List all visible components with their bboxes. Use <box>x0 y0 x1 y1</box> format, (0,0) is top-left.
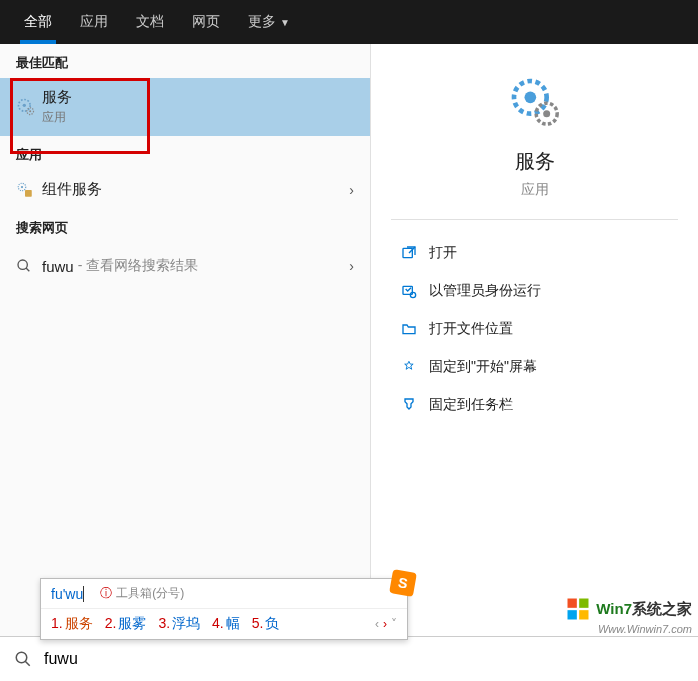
search-icon <box>14 650 32 668</box>
tab-apps[interactable]: 应用 <box>66 0 122 44</box>
app-item-title: 组件服务 <box>42 180 349 199</box>
ime-candidate[interactable]: 5.负 <box>252 615 280 633</box>
ime-next-icon[interactable]: › <box>383 617 387 631</box>
action-pin-start-label: 固定到"开始"屏幕 <box>429 358 537 376</box>
ime-candidate[interactable]: 3.浮坞 <box>158 615 200 633</box>
folder-icon <box>401 321 429 337</box>
pin-start-icon <box>401 359 429 375</box>
tab-web-label: 网页 <box>192 13 220 31</box>
pin-taskbar-icon <box>401 397 429 413</box>
svg-rect-13 <box>403 248 412 257</box>
svg-point-7 <box>18 260 27 269</box>
admin-icon <box>401 283 429 299</box>
action-run-admin[interactable]: 以管理员身份运行 <box>371 272 698 310</box>
tab-apps-label: 应用 <box>80 13 108 31</box>
action-open-location[interactable]: 打开文件位置 <box>371 310 698 348</box>
component-services-icon <box>16 181 42 199</box>
action-open[interactable]: 打开 <box>371 234 698 272</box>
section-web: 搜索网页 <box>0 209 370 243</box>
tab-more-label: 更多 <box>248 13 276 31</box>
svg-line-8 <box>26 268 29 271</box>
search-icon <box>16 258 42 274</box>
detail-panel: 服务 应用 打开 以管理员身份运行 打开文件位置 固定到"开始"屏幕 <box>370 44 698 636</box>
ime-cursor <box>83 586 84 602</box>
svg-point-10 <box>524 92 536 104</box>
action-open-location-label: 打开文件位置 <box>429 320 513 338</box>
open-icon <box>401 245 429 261</box>
chevron-right-icon: › <box>349 182 354 198</box>
search-bar <box>0 636 698 681</box>
detail-title: 服务 <box>371 148 698 175</box>
watermark-url: Www.Winwin7.com <box>564 623 692 635</box>
ime-expand-icon[interactable]: ˅ <box>391 617 397 631</box>
svg-rect-6 <box>25 190 32 197</box>
watermark: Win7系统之家 Www.Winwin7.com <box>564 595 692 635</box>
svg-point-12 <box>543 110 550 117</box>
services-icon <box>16 97 42 117</box>
chevron-right-icon: › <box>349 258 354 274</box>
tab-docs[interactable]: 文档 <box>122 0 178 44</box>
tab-all[interactable]: 全部 <box>10 0 66 44</box>
search-filter-tabs: 全部 应用 文档 网页 更多 ▼ <box>0 0 698 44</box>
ime-toolbox-label: 工具箱(分号) <box>116 585 184 602</box>
svg-point-5 <box>21 185 23 187</box>
search-input[interactable] <box>44 650 684 668</box>
windows-logo-icon <box>564 595 592 623</box>
web-hint: - 查看网络搜索结果 <box>78 257 199 275</box>
best-match-subtitle: 应用 <box>42 109 354 126</box>
app-result-item[interactable]: 组件服务 › <box>0 170 370 209</box>
ime-candidate[interactable]: 1.服务 <box>51 615 93 633</box>
tab-docs-label: 文档 <box>136 13 164 31</box>
results-panel: 最佳匹配 服务 应用 应用 组件服务 › 搜索网页 fuwu <box>0 44 370 636</box>
ime-composition: fu'wu <box>51 586 83 602</box>
ime-candidate[interactable]: 4.幅 <box>212 615 240 633</box>
ime-candidate-list: 1.服务 2.服雾 3.浮坞 4.幅 5.负 ‹ › ˅ <box>41 609 407 639</box>
action-open-label: 打开 <box>429 244 457 262</box>
best-match-item[interactable]: 服务 应用 <box>0 78 370 136</box>
svg-point-16 <box>16 652 27 663</box>
action-run-admin-label: 以管理员身份运行 <box>429 282 541 300</box>
services-large-icon <box>507 74 563 130</box>
tab-more[interactable]: 更多 ▼ <box>234 0 304 44</box>
web-search-item[interactable]: fuwu - 查看网络搜索结果 › <box>0 243 370 289</box>
svg-line-17 <box>25 661 30 666</box>
section-best-match: 最佳匹配 <box>0 44 370 78</box>
action-pin-taskbar[interactable]: 固定到任务栏 <box>371 386 698 424</box>
chevron-down-icon: ▼ <box>280 17 290 28</box>
ime-candidate[interactable]: 2.服雾 <box>105 615 147 633</box>
watermark-title: Win7系统之家 <box>596 600 692 619</box>
section-apps: 应用 <box>0 136 370 170</box>
action-pin-taskbar-label: 固定到任务栏 <box>429 396 513 414</box>
ime-candidate-window: S fu'wu ⓘ 工具箱(分号) 1.服务 2.服雾 3.浮坞 4.幅 5.负… <box>40 578 408 640</box>
tab-all-label: 全部 <box>24 13 52 31</box>
tab-web[interactable]: 网页 <box>178 0 234 44</box>
svg-point-3 <box>29 110 31 112</box>
ime-info-icon: ⓘ <box>100 585 112 602</box>
best-match-title: 服务 <box>42 88 354 107</box>
detail-subtitle: 应用 <box>371 181 698 199</box>
web-query: fuwu <box>42 258 74 275</box>
svg-point-1 <box>23 104 26 107</box>
action-pin-start[interactable]: 固定到"开始"屏幕 <box>371 348 698 386</box>
sogou-logo-icon: S <box>389 569 417 597</box>
action-list: 打开 以管理员身份运行 打开文件位置 固定到"开始"屏幕 固定到任务栏 <box>371 220 698 438</box>
ime-prev-icon[interactable]: ‹ <box>375 617 379 631</box>
